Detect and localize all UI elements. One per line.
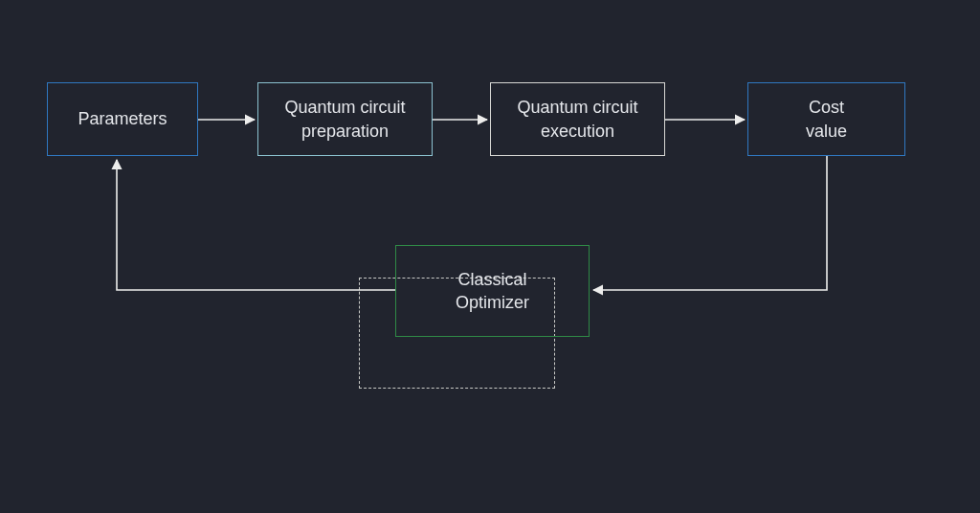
node-cost-value: Costvalue (747, 82, 905, 156)
node-quantum-circuit-preparation: Quantum circuitpreparation (257, 82, 433, 156)
node-quantum-circuit-execution: Quantum circuitexecution (490, 82, 665, 156)
node-cost-label: Costvalue (806, 96, 847, 143)
edge-optimizer-to-parameters (117, 160, 395, 290)
node-parameters-label: Parameters (78, 107, 167, 130)
node-parameters: Parameters (47, 82, 198, 156)
node-classical-optimizer: ClassicalOptimizer (395, 245, 590, 337)
node-optimizer-label: ClassicalOptimizer (456, 268, 529, 315)
edge-cost-to-optimizer (593, 156, 827, 290)
vqa-loop-diagram: Parameters Quantum circuitpreparation Qu… (0, 0, 980, 513)
node-prep-label: Quantum circuitpreparation (284, 96, 405, 143)
node-exec-label: Quantum circuitexecution (517, 96, 637, 143)
